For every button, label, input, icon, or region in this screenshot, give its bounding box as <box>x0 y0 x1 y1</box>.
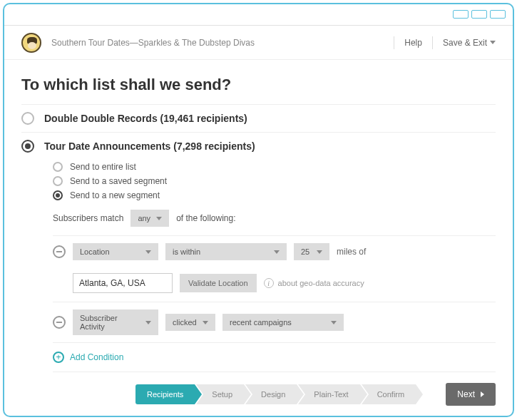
match-suffix: of the following: <box>176 213 235 223</box>
step-confirm[interactable]: Confirm <box>362 384 416 404</box>
location-input[interactable] <box>73 273 173 293</box>
validate-location-button[interactable]: Validate Location <box>180 274 257 292</box>
chevron-down-icon <box>317 250 322 254</box>
add-condition-label: Add Condition <box>70 352 123 362</box>
mailchimp-logo-icon <box>21 33 41 53</box>
list-option-tda[interactable]: Tour Date Announcements (7,298 recipient… <box>21 133 496 160</box>
segment-option-saved[interactable]: Send to a saved segment <box>53 174 496 188</box>
segment-option-new[interactable]: Send to a new segment <box>53 188 496 203</box>
match-row: Subscribers match any of the following: <box>53 210 496 227</box>
segment-option-entire[interactable]: Send to entire list <box>53 160 496 174</box>
radio-icon <box>53 176 63 186</box>
divider <box>394 36 394 49</box>
condition-field-dropdown[interactable]: Location <box>73 243 158 260</box>
chevron-down-icon <box>274 250 280 254</box>
condition-row-location: Location is within 25 miles of <box>53 235 496 267</box>
list-label: Double Double Records (19,461 recipients… <box>44 113 247 124</box>
divider <box>432 36 433 49</box>
radio-selected-icon <box>21 140 34 153</box>
segment-option-label: Send to entire list <box>70 162 136 172</box>
chevron-down-icon <box>156 217 162 220</box>
segment-option-label: Send to a new segment <box>70 190 160 200</box>
browser-chrome <box>4 4 513 26</box>
radio-icon <box>21 112 34 125</box>
campaign-title: Southern Tour Dates—Sparkles & The Dubst… <box>51 38 255 48</box>
condition-field-dropdown[interactable]: Subscriber Activity <box>73 309 158 335</box>
help-link[interactable]: Help <box>404 38 422 48</box>
miles-of-label: miles of <box>337 247 366 257</box>
step-setup[interactable]: Setup <box>196 384 244 404</box>
list-label: Tour Date Announcements (7,298 recipient… <box>44 140 255 152</box>
condition-row-activity: Subscriber Activity clicked recent campa… <box>53 302 496 342</box>
chevron-down-icon <box>145 250 151 254</box>
list-option-ddr[interactable]: Double Double Records (19,461 recipients… <box>21 105 496 132</box>
window-button-close[interactable] <box>490 10 506 19</box>
condition-operator-dropdown[interactable]: is within <box>165 243 287 260</box>
remove-condition-icon[interactable] <box>53 316 66 329</box>
condition-operator-dropdown[interactable]: clicked <box>165 314 215 331</box>
plus-icon: + <box>53 352 64 363</box>
step-design[interactable]: Design <box>245 384 297 404</box>
next-button[interactable]: Next <box>446 383 496 406</box>
wizard-steps: Recipients Setup Design Plain-Text Confi… <box>135 384 417 404</box>
condition-distance-dropdown[interactable]: 25 <box>294 243 329 260</box>
chevron-down-icon <box>145 321 151 324</box>
window-button-min[interactable] <box>453 10 469 19</box>
app-header: Southern Tour Dates—Sparkles & The Dubst… <box>4 26 513 60</box>
step-plain-text[interactable]: Plain-Text <box>298 384 359 404</box>
chevron-down-icon <box>331 321 337 324</box>
match-mode-dropdown[interactable]: any <box>130 210 169 227</box>
info-icon: i <box>264 278 274 288</box>
save-exit-menu[interactable]: Save & Exit <box>443 38 496 48</box>
window-button-max[interactable] <box>471 10 487 19</box>
add-condition-button[interactable]: + Add Condition <box>53 342 496 372</box>
condition-target-dropdown[interactable]: recent campaigns <box>222 314 344 331</box>
geo-info-link[interactable]: i about geo-data accuracy <box>264 278 364 288</box>
chevron-down-icon <box>203 321 208 324</box>
radio-icon <box>53 162 63 172</box>
chevron-right-icon <box>481 391 484 397</box>
remove-condition-icon[interactable] <box>53 245 66 258</box>
step-recipients[interactable]: Recipients <box>135 384 195 404</box>
chevron-down-icon <box>490 41 496 44</box>
save-exit-label: Save & Exit <box>443 38 487 48</box>
page-title: To which list shall we send? <box>21 76 496 94</box>
segment-option-label: Send to a saved segment <box>70 176 167 186</box>
radio-selected-icon <box>53 190 63 200</box>
match-prefix: Subscribers match <box>53 213 123 223</box>
